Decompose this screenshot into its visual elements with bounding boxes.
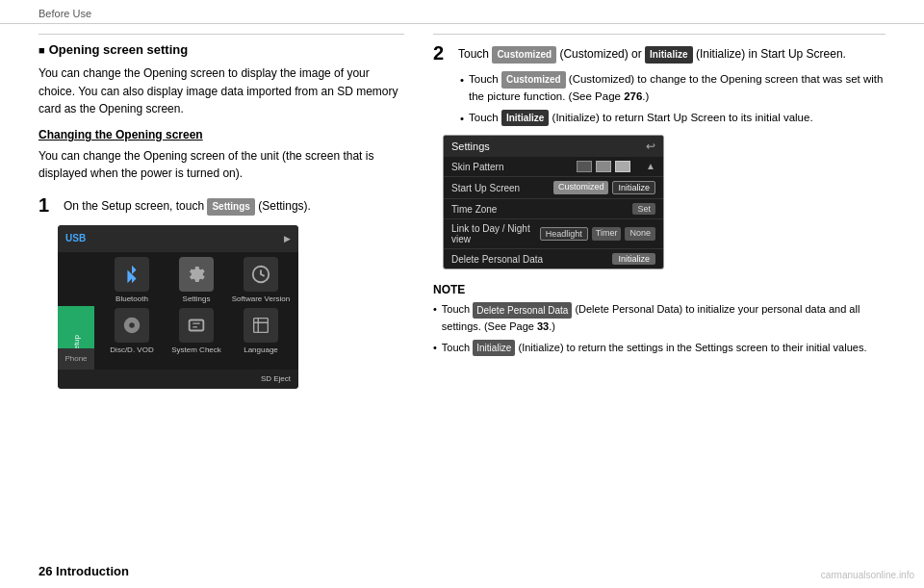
- svg-point-3: [129, 322, 135, 328]
- customized-button-step2: Customized: [492, 46, 556, 64]
- settings-button-label: Settings: [207, 198, 254, 216]
- settings-icon-box: [179, 257, 214, 292]
- bluetooth-icon-box: [115, 257, 149, 292]
- sd-label: SD Eject: [261, 374, 291, 383]
- subsection-title: Changing the Opening screen: [38, 128, 404, 141]
- intro-text: You can change the Opening screen to dis…: [38, 64, 404, 118]
- initialize-btn-note: Initialize: [473, 340, 515, 356]
- settings-bottom-row: Delete Personal Data Initialize: [444, 249, 663, 268]
- step-1-text-before: On the Setup screen, touch: [64, 199, 204, 213]
- screen-item-system: System Check: [167, 308, 226, 354]
- settings-label: Settings: [183, 294, 211, 303]
- screen-item-disc: Disc/D. VOD: [102, 308, 162, 354]
- delete-init-btn: Initialize: [612, 253, 655, 265]
- settings-row-startup: Start Up Screen Customized Initialize: [444, 177, 663, 199]
- note-section: NOTE Touch Delete Personal Data (Delete …: [433, 283, 886, 356]
- skin-pattern-swatches: ▲: [577, 161, 655, 172]
- skin-pattern-label: Skin Pattern: [451, 162, 503, 172]
- settings-row-skin: Skin Pattern ▲: [444, 157, 663, 177]
- language-label: Language: [244, 345, 278, 354]
- timezone-label: Time Zone: [451, 204, 497, 215]
- startup-initialize-btn: Initialize: [612, 181, 655, 194]
- step-1: 1 On the Setup screen, touch Settings (S…: [38, 194, 404, 216]
- bullet2-touch: Touch: [469, 112, 501, 123]
- settings-header: Settings ↩: [444, 136, 663, 157]
- startup-screen-label: Start Up Screen: [451, 183, 520, 193]
- step-2-bullet-2: Touch Initialize (Initialize) to return …: [460, 110, 886, 128]
- sd-bar: SD Eject: [58, 370, 298, 389]
- step-2-number: 2: [433, 42, 450, 64]
- timezone-set-btn: Set: [632, 203, 655, 215]
- note-title: NOTE: [433, 283, 886, 296]
- note-bullet-2: Touch Initialize (Initialize) to return …: [433, 340, 886, 357]
- bullet2-initialize: Initialize: [501, 110, 549, 127]
- watermark: carmanualsonline.info: [821, 570, 914, 580]
- disc-icon-box: [115, 308, 149, 343]
- page-footer: 26 Introduction: [38, 564, 129, 578]
- delete-personal-label: Delete Personal Data: [451, 254, 543, 265]
- step-2-text2: (Customized) or: [559, 47, 641, 61]
- software-icon-box: [244, 257, 278, 292]
- step-2-text: Touch Customized (Customized) or Initial…: [458, 42, 846, 64]
- step-1-text-after: (Settings).: [258, 199, 311, 213]
- svg-rect-5: [254, 319, 269, 333]
- right-column: 2 Touch Customized (Customized) or Initi…: [433, 34, 886, 389]
- page-header: Before Use: [0, 0, 924, 24]
- screen-image-wrapper: USB ▶ Setup: [38, 225, 404, 389]
- left-column: Opening screen setting You can change th…: [38, 34, 404, 389]
- daynight-label: Link to Day / Night view: [451, 223, 540, 244]
- page-number: 26: [38, 564, 52, 578]
- timezone-buttons: Set: [632, 203, 655, 215]
- bullet2-text: (Initialize) to return Start Up Screen t…: [552, 112, 813, 123]
- settings-title: Settings: [451, 141, 490, 152]
- screen-grid: Bluetooth Settings: [94, 252, 298, 359]
- initialize-button-step2: Initialize: [645, 46, 692, 64]
- screen-item-bluetooth: Bluetooth: [102, 257, 162, 303]
- svg-rect-4: [190, 320, 204, 330]
- startup-customized-btn: Customized: [553, 181, 609, 194]
- language-icon-box: [244, 308, 278, 343]
- step-1-text: On the Setup screen, touch Settings (Set…: [64, 194, 311, 216]
- daynight-buttons: Headlight Timer None: [540, 227, 655, 241]
- settings-back-icon: ↩: [646, 140, 655, 153]
- settings-row-daynight: Link to Day / Night view Headlight Timer…: [444, 219, 663, 249]
- bluetooth-label: Bluetooth: [116, 294, 148, 303]
- usb-label: USB: [65, 233, 86, 243]
- step-2-bullets: Touch Customized (Customized) to change …: [460, 71, 886, 127]
- footer-section-text: Introduction: [56, 564, 129, 578]
- setup-screen-image: USB ▶ Setup: [58, 225, 298, 389]
- step-2-text3: (Initialize) in Start Up Screen.: [696, 47, 846, 61]
- startup-screen-buttons: Customized Initialize: [553, 181, 655, 194]
- phone-label: Phone: [64, 354, 87, 363]
- software-label: Software Version: [232, 294, 290, 303]
- subsection-text: You can change the Opening screen of the…: [38, 147, 404, 183]
- screen-top-bar: USB ▶: [58, 225, 298, 252]
- timer-btn: Timer: [592, 227, 622, 241]
- header-text: Before Use: [38, 8, 91, 19]
- step-1-number: 1: [38, 194, 56, 216]
- step-2: 2 Touch Customized (Customized) or Initi…: [433, 42, 886, 64]
- screen-item-language: Language: [231, 308, 291, 354]
- step-2-bullet-1: Touch Customized (Customized) to change …: [460, 71, 886, 106]
- headlight-btn: Headlight: [540, 227, 588, 241]
- note-bullet-1: Touch Delete Personal Data (Delete Perso…: [433, 301, 886, 334]
- delete-personal-btn-note: Delete Personal Data: [473, 302, 572, 319]
- system-label: System Check: [171, 345, 221, 354]
- system-icon-box: [179, 308, 214, 343]
- settings-row-timezone: Time Zone Set: [444, 199, 663, 219]
- settings-screen: Settings ↩ Skin Pattern ▲ Start Up Scree…: [443, 135, 664, 269]
- screen-item-software: Software Version: [231, 257, 291, 303]
- section-title: Opening screen setting: [38, 42, 404, 57]
- phone-sidebar: Phone: [58, 348, 94, 370]
- bullet1-touch: Touch: [469, 73, 501, 85]
- screen-item-settings: Settings: [167, 257, 226, 303]
- disc-label: Disc/D. VOD: [110, 345, 153, 354]
- none-btn: None: [625, 227, 655, 241]
- bullet1-customized: Customized: [501, 71, 566, 89]
- step-2-touch: Touch: [458, 47, 489, 61]
